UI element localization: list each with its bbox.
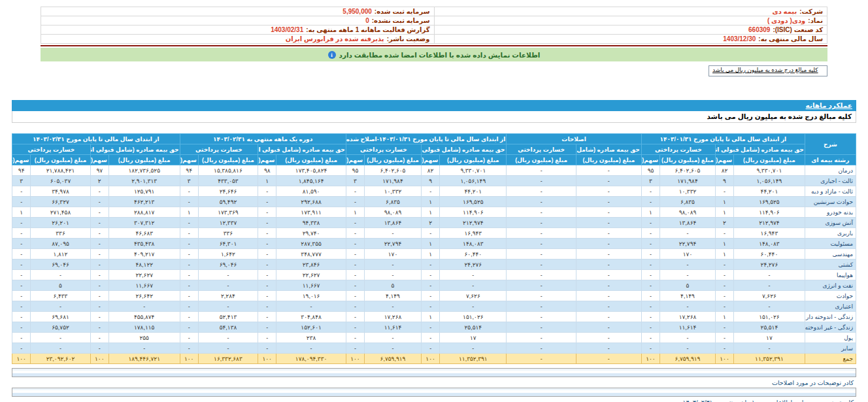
table-cell: ۱۶,۹۴۳ (734, 228, 805, 239)
table-cell: ۲۵,۵۱۴ (734, 322, 805, 333)
table-cell: ۱۵۱,۰۲۶ (734, 312, 805, 322)
table-cell: ۲۶,۶۴۲ (108, 291, 180, 301)
table-cell: ۱ (715, 312, 733, 322)
table-cell: ۱۲,۳۳۷ (198, 218, 258, 228)
table-cell: - (576, 312, 641, 322)
table-cell: ۱ (12, 207, 31, 218)
table-cell: ۶,۴۳۳ (31, 291, 90, 301)
table-cell: ۱۰۰ (180, 354, 198, 364)
table-cell: ۱ (715, 207, 733, 218)
table-cell: - (258, 207, 276, 218)
table-cell: - (734, 343, 805, 354)
table-cell: - (641, 280, 659, 291)
table-cell: ۲۷۱,۴۵۸ (31, 207, 90, 218)
table-cell: ۱۱,۶۶۷ (108, 280, 180, 291)
table-cell: ۹۸ (258, 165, 276, 176)
table-cell: ۱۶۹,۵۲۵ (734, 197, 805, 207)
table-cell: - (180, 260, 198, 270)
table-cell: ۴۰۹,۲۱۷ (108, 249, 180, 260)
table-cell: ۱۷۳,۳۶۹ (198, 207, 258, 218)
table-cell: ۲۴,۲۷۶ (734, 260, 805, 270)
row-label: باربری (805, 228, 856, 239)
table-cell: - (180, 218, 198, 228)
table-cell: - (90, 270, 108, 280)
table-cell: - (641, 312, 659, 322)
table-cell: - (507, 333, 576, 343)
table-cell: ۶۹,۰۴۶ (31, 260, 90, 270)
table-cell: - (641, 301, 659, 312)
table-cell: - (715, 186, 733, 197)
header-claims: خسارت پرداختی (12, 144, 91, 155)
table-cell: - (734, 280, 805, 291)
table-cell: ۲۹۲,۶۸۸ (276, 197, 346, 207)
unit-note-button-label: کلیه مبالغ درج شده به میلیون ریال می باش… (712, 67, 818, 73)
table-cell: ۵ (365, 280, 422, 291)
table-cell: - (734, 301, 805, 312)
table-cell: - (507, 322, 576, 333)
table-cell: ۱۶,۹۴۳ (440, 228, 507, 239)
table-cell: - (576, 197, 641, 207)
table-cell: ۷,۶۲۶ (734, 291, 805, 301)
table-cell: ۱۷ (440, 333, 507, 343)
header-share: سهم(درصد) (180, 155, 198, 165)
table-cell: - (660, 270, 716, 280)
row-label: مسئولیت (805, 239, 856, 249)
table-cell: - (346, 239, 364, 249)
table-cell: - (507, 239, 576, 249)
top-info-section: شرکت:بیمه دی سرمایه ثبت شده:5,950,000 نم… (41, 7, 827, 76)
header-share: سهم(درصد) (258, 155, 276, 165)
table-cell: - (258, 312, 276, 322)
table-cell: - (641, 239, 659, 249)
issuer-status-value: پذیرفته شده در فرابورس ایران (286, 35, 387, 42)
table-cell: ۱۵,۳۸۵,۸۱۶ (198, 165, 258, 176)
table-cell: - (180, 249, 198, 260)
insurance-performance-table: شرح از ابتدای سال مالی تا پایان مورخ ۱۴۰… (12, 133, 856, 364)
row-label: درمان (805, 165, 856, 176)
table-row: حوادث سرنشین۱۶۹,۵۲۵۱۶,۸۳۵---۱۶۹,۵۲۵۱۶,۸۳… (12, 197, 856, 207)
table-cell: ۵ (660, 280, 716, 291)
table-cell: ۱ (641, 207, 659, 218)
table-cell: - (576, 333, 641, 343)
table-cell: - (576, 218, 641, 228)
period-note-label: کادر توضیحی مربوط به اطلاعات دوره ۱ ماهه… (12, 398, 856, 402)
table-cell: - (365, 260, 422, 270)
table-cell: - (440, 301, 507, 312)
table-cell: - (346, 249, 364, 260)
table-cell: - (507, 343, 576, 354)
table-cell: - (90, 333, 108, 343)
table-cell: ۲۳۸ (276, 333, 346, 343)
table-cell: ۱,۶۴۲ (198, 249, 258, 260)
table-cell: - (258, 260, 276, 270)
table-cell: - (198, 343, 258, 354)
header-share: سهم(درصد) (422, 155, 440, 165)
table-cell: - (276, 301, 346, 312)
table-cell: - (715, 280, 733, 291)
table-cell: - (258, 333, 276, 343)
header-premium: حق بیمه صادره (شامل قبولی اتکایی) (422, 144, 507, 155)
table-cell: ۶۰,۴۴۰ (440, 249, 507, 260)
table-row: ثالث - اجباری۱,۰۵۶,۱۴۹۹۱۷۱,۹۸۴۳--۱,۰۵۶,۱… (12, 176, 856, 186)
table-cell: ۱۷۸,۰۹۴,۳۳۰ (276, 354, 346, 364)
table-cell: - (365, 333, 422, 343)
table-cell: - (90, 343, 108, 354)
table-cell: ۴۸,۱۲۲ (108, 260, 180, 270)
table-cell: - (660, 260, 716, 270)
table-cell: ۵ (31, 280, 90, 291)
header-group-one-month: دوره یک ماهه منتهی به ۱۴۰۳/۰۲/۳۱ (180, 134, 346, 144)
table-cell: ۳۳۶ (31, 228, 90, 239)
table-cell: ۶,۴۰۲,۶۰۵ (365, 165, 422, 176)
table-cell: ۴,۱۴۹ (365, 291, 422, 301)
table-cell: - (12, 270, 31, 280)
table-cell: ۲۲,۷۹۴ (365, 239, 422, 249)
header-amount: مبلغ (میلیون ریال) (660, 155, 716, 165)
unit-note-button[interactable]: کلیه مبالغ درج شده به میلیون ریال می باش… (709, 65, 827, 76)
table-cell: ۱۷۱,۹۸۴ (660, 176, 716, 186)
table-cell: - (346, 333, 364, 343)
table-cell: - (422, 322, 440, 333)
table-cell: ۲۴,۲۷۶ (440, 260, 507, 270)
table-cell: - (90, 312, 108, 322)
monthly-performance-link[interactable]: عملکرد ماهانه (806, 101, 852, 109)
table-cell: ۱۱۴,۹۰۶ (440, 207, 507, 218)
table-cell: ۱۴۸,۰۸۳ (734, 239, 805, 249)
header-amount: مبلغ (میلیون ریال) (576, 155, 641, 165)
